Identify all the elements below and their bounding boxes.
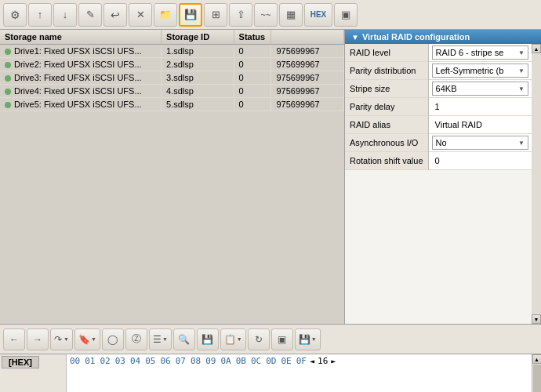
export-button[interactable]: ⇧ — [229, 3, 252, 27]
top-toolbar: ⚙ ↑ ↓ ✎ ↩ ✕ 📁 💾 Save configuration to fi… — [0, 0, 541, 30]
save2-button[interactable]: 💾 ▼ — [295, 328, 321, 350]
bookmark-button[interactable]: 🔖 ▼ — [74, 328, 100, 350]
chart-button[interactable]: ▦ — [279, 3, 303, 27]
search-button[interactable]: 🔍 — [173, 328, 195, 350]
table-row[interactable]: Drive2: Fixed UFSX iSCSI UFS... 2.sdlsp … — [0, 58, 344, 71]
settings-button[interactable]: ⚙ — [3, 3, 27, 27]
down-button[interactable]: ↓ — [53, 3, 77, 27]
page-right-arrow[interactable]: ► — [331, 357, 336, 365]
chevron-down-icon: ▼ — [518, 49, 525, 56]
layers-icon: ⊞ — [212, 9, 220, 20]
grid-icon: ▣ — [341, 9, 350, 20]
table-row[interactable]: Drive3: Fixed UFSX iSCSI UFS... 3.sdlsp … — [0, 71, 344, 85]
chevron-down-icon: ▼ — [518, 140, 525, 147]
edit-icon: ✎ — [86, 9, 95, 20]
hex-scroll-thumb[interactable] — [533, 365, 541, 392]
pulse-button[interactable]: ~~ — [254, 3, 278, 27]
drive-id: 3.sdlsp — [162, 71, 234, 85]
open-folder-button[interactable]: 📁 — [154, 3, 177, 27]
vraid-label-stripe-size: Stripe size — [345, 80, 428, 98]
scroll-down-arrow[interactable]: ▼ — [532, 314, 541, 324]
save-to-file-button[interactable]: 💾 — [197, 328, 219, 350]
drive-dot — [5, 62, 11, 68]
vraid-label-rotation-shift: Rotation shift value — [345, 152, 428, 170]
close-button[interactable]: ✕ — [129, 3, 152, 27]
collapse-icon[interactable]: ▼ — [351, 33, 359, 42]
hex-data-panel: 00 01 02 03 04 05 06 07 08 09 0A 0B 0C 0… — [67, 354, 532, 392]
drive-name: Drive4: Fixed UFSX iSCSI UFS... — [0, 85, 162, 98]
save-icon: 💾 — [184, 9, 197, 20]
save-button[interactable]: 💾 Save configuration to file — [179, 3, 202, 27]
drive-dot — [5, 49, 11, 55]
forward-icon: → — [33, 334, 42, 345]
hex-scroll-up[interactable]: ▲ — [532, 354, 542, 364]
storage-table: Storage name Storage ID Status Drive1: F… — [0, 30, 344, 111]
redo-button[interactable]: ↷ ▼ — [50, 328, 73, 350]
rotation-shift-value: 0 — [432, 154, 528, 168]
vraid-label-parity-delay: Parity delay — [345, 98, 428, 116]
chart-icon: ▦ — [286, 9, 296, 20]
export-icon: ⇧ — [237, 9, 245, 20]
vraid-value-async-io: No ▼ — [428, 134, 532, 152]
col-storage-name: Storage name — [0, 30, 162, 45]
vraid-row-rotation-shift: Rotation shift value 0 — [345, 152, 532, 170]
vraid-title: Virtual RAID configuration — [362, 32, 470, 42]
hex-button[interactable]: HEX — [304, 3, 332, 27]
down-icon: ↓ — [63, 9, 68, 20]
menu-icon: ☰ — [153, 334, 162, 345]
drive-size: 975699967 — [271, 85, 344, 98]
redo-icon: ↷ — [54, 334, 62, 345]
hex-header-row: 00 01 02 03 04 05 06 07 08 09 0A 0B 0C 0… — [70, 356, 528, 366]
drive-status: 0 — [234, 71, 271, 85]
hex-page-number: 16 — [318, 356, 328, 366]
edit-button[interactable]: ✎ — [78, 3, 102, 27]
drive-name: Drive1: Fixed UFSX iSCSI UFS... — [0, 45, 162, 58]
vraid-row-async-io: Asynchronous I/O No ▼ — [345, 134, 532, 152]
raid-level-select[interactable]: RAID 6 - stripe se ▼ — [432, 45, 528, 60]
vraid-value-rotation-shift: 0 — [428, 152, 532, 170]
pulse-icon: ~~ — [261, 10, 271, 20]
drive-status: 0 — [234, 45, 271, 58]
forward-button[interactable]: → — [27, 328, 49, 350]
vraid-value-parity-dist: Left-Symmetric (b ▼ — [428, 62, 532, 80]
async-io-select[interactable]: No ▼ — [432, 136, 528, 150]
table-row[interactable]: Drive4: Fixed UFSX iSCSI UFS... 4.sdlsp … — [0, 85, 344, 98]
drive-dot — [5, 102, 11, 108]
copy-button[interactable]: 📋 ▼ — [220, 328, 246, 350]
undo-icon: ↩ — [111, 9, 120, 21]
col-status: Status — [234, 30, 271, 45]
vraid-label-parity-dist: Parity distribution — [345, 62, 428, 80]
toggle-icon: ▣ — [278, 334, 286, 345]
bottom-toolbar: ← → ↷ ▼ 🔖 ▼ ◯ Ⓩ ☰ ▼ 🔍 💾 📋 ▼ ↻ ▣ 💾 ▼ — [0, 325, 541, 354]
grid-button[interactable]: ▣ — [334, 3, 358, 27]
page-left-arrow[interactable]: ◄ — [310, 357, 314, 365]
drive-id: 2.sdlsp — [162, 58, 234, 71]
table-row[interactable]: Drive5: Fixed UFSX iSCSI UFS... 5.sdlsp … — [0, 98, 344, 111]
back-button[interactable]: ← — [3, 328, 25, 350]
vraid-label-raid-level: RAID level — [345, 44, 428, 62]
drive-name: Drive5: Fixed UFSX iSCSI UFS... — [0, 98, 162, 111]
hex-scrollbar: ▲ ▼ — [532, 354, 541, 392]
scroll-up-arrow[interactable]: ▲ — [532, 44, 541, 53]
parity-distribution-select[interactable]: Left-Symmetric (b ▼ — [432, 64, 528, 78]
vraid-row-parity-dist: Parity distribution Left-Symmetric (b ▼ — [345, 62, 532, 80]
hex-column-headers: 00 01 02 03 04 05 06 07 08 09 0A 0B 0C 0… — [70, 356, 307, 366]
hex-view-button[interactable]: Ⓩ — [125, 328, 147, 350]
up-button[interactable]: ↑ — [28, 3, 52, 27]
table-row[interactable]: Drive1: Fixed UFSX iSCSI UFS... 1.sdlsp … — [0, 45, 344, 58]
vraid-value-parity-delay: 1 — [428, 98, 532, 116]
col-storage-id: Storage ID — [162, 30, 234, 45]
vraid-value-alias: Virtual RAID — [428, 116, 532, 134]
capture-button[interactable]: ◯ — [102, 328, 124, 350]
toggle-button[interactable]: ▣ — [271, 328, 293, 350]
menu-button[interactable]: ☰ ▼ — [149, 328, 172, 350]
layers-button[interactable]: ⊞ — [204, 3, 227, 27]
right-panel: ▼ Virtual RAID configuration RAID level … — [345, 30, 541, 324]
drive-name: Drive3: Fixed UFSX iSCSI UFS... — [0, 71, 162, 85]
stripe-size-select[interactable]: 64KB ▼ — [432, 82, 528, 96]
vraid-scrollbar: ▲ ▼ — [532, 44, 541, 324]
up-icon: ↑ — [38, 9, 43, 20]
refresh-button[interactable]: ↻ — [248, 328, 270, 350]
undo-button[interactable]: ↩ — [103, 3, 127, 27]
vraid-value-raid-level: RAID 6 - stripe se ▼ — [428, 44, 532, 62]
